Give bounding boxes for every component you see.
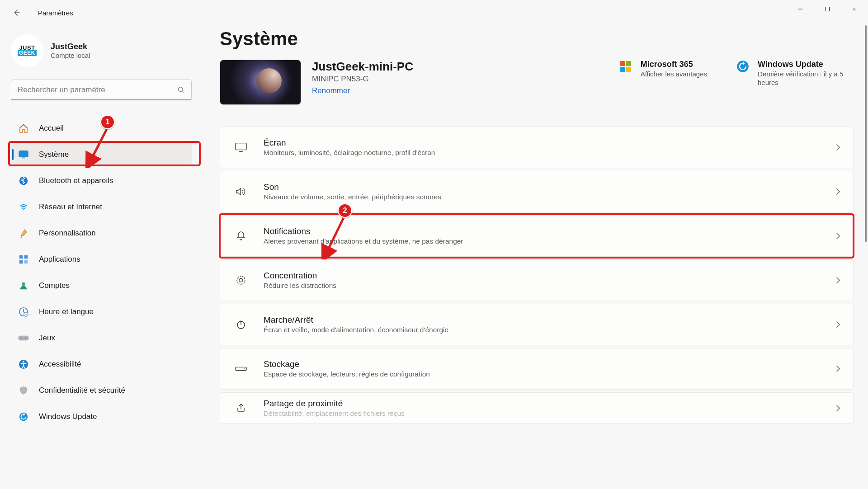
svg-rect-20	[620, 61, 625, 66]
maximize-button[interactable]	[814, 0, 841, 18]
back-button[interactable]	[11, 7, 22, 18]
svg-point-10	[22, 282, 25, 286]
setting-row-nearby-sharing[interactable]: Partage de proximité Détectabilité, empl…	[220, 392, 854, 424]
setting-row-display[interactable]: Écran Moniteurs, luminosité, éclairage n…	[220, 127, 854, 168]
sidebar-item-label: Comptes	[39, 281, 70, 290]
sidebar-item-privacy[interactable]: Confidentialité et sécurité	[11, 379, 192, 402]
sidebar-item-accessibility[interactable]: Accessibilité	[11, 353, 192, 376]
setting-row-sound[interactable]: Son Niveaux de volume, sortie, entrée, p…	[220, 171, 854, 212]
avatar-text-bottom: GEEK	[18, 50, 37, 56]
setting-title: Partage de proximité	[264, 399, 405, 409]
account-card[interactable]: JUST GEEK JustGeek Compte local	[11, 34, 192, 67]
sidebar-item-personalization[interactable]: Personnalisation	[11, 221, 192, 245]
search-input[interactable]	[11, 80, 192, 100]
window-title: Paramètres	[38, 9, 73, 17]
setting-row-power[interactable]: Marche/Arrêt Écran et veille, mode d'ali…	[220, 304, 854, 345]
close-button[interactable]	[841, 0, 868, 18]
share-icon	[233, 403, 249, 414]
bluetooth-icon	[18, 175, 29, 186]
sidebar-item-home[interactable]: Accueil	[11, 117, 192, 140]
page-title: Système	[220, 28, 854, 50]
sidebar-item-accounts[interactable]: Comptes	[11, 274, 192, 297]
svg-point-26	[237, 276, 245, 284]
search-box[interactable]	[11, 80, 192, 100]
svg-rect-23	[626, 67, 631, 72]
svg-point-30	[244, 368, 245, 369]
account-name: JustGeek	[51, 42, 90, 52]
sidebar-nav: Accueil Système Bluetooth et appareils	[11, 117, 192, 428]
update-icon	[18, 411, 29, 422]
sidebar-item-label: Confidentialité et sécurité	[39, 386, 125, 395]
svg-rect-14	[19, 336, 28, 340]
svg-rect-22	[620, 67, 625, 72]
sidebar-item-label: Accessibilité	[39, 360, 81, 369]
svg-rect-3	[22, 157, 25, 158]
sidebar-item-label: Applications	[39, 255, 80, 264]
brush-icon	[18, 228, 29, 239]
chevron-right-icon	[836, 232, 840, 240]
pc-name: JustGeek-mini-PC	[312, 60, 608, 74]
setting-title: Son	[264, 182, 441, 192]
setting-row-focus[interactable]: Concentration Réduire les distractions	[220, 259, 854, 301]
focus-icon	[233, 275, 249, 286]
scrollbar-thumb[interactable]	[865, 25, 867, 242]
sidebar-item-system[interactable]: Système	[11, 143, 192, 166]
setting-sub: Moniteurs, luminosité, éclairage nocturn…	[264, 149, 435, 157]
sidebar-item-label: Heure et langue	[39, 307, 94, 316]
svg-rect-25	[236, 143, 246, 150]
wifi-icon	[18, 202, 29, 212]
chevron-right-icon	[836, 365, 840, 372]
time-lang-icon: A	[18, 306, 29, 317]
sidebar-item-time-language[interactable]: A Heure et langue	[11, 300, 192, 324]
sidebar-item-label: Réseau et Internet	[39, 202, 102, 212]
setting-sub: Espace de stockage, lecteurs, règles de …	[264, 370, 430, 378]
svg-point-15	[21, 338, 22, 339]
svg-point-27	[239, 278, 243, 282]
sidebar-item-label: Windows Update	[39, 412, 97, 421]
svg-point-16	[25, 338, 26, 339]
sidebar-item-network[interactable]: Réseau et Internet	[11, 195, 192, 219]
maximize-icon	[825, 6, 830, 12]
sync-icon	[736, 60, 750, 73]
setting-row-storage[interactable]: Stockage Espace de stockage, lecteurs, r…	[220, 348, 854, 390]
svg-rect-21	[626, 61, 631, 66]
sidebar-item-label: Bluetooth et appareils	[39, 176, 113, 185]
chevron-right-icon	[836, 277, 840, 284]
sidebar-item-apps[interactable]: Applications	[11, 248, 192, 271]
rename-link[interactable]: Renommer	[312, 86, 350, 95]
setting-title: Écran	[264, 138, 435, 148]
sidebar-item-bluetooth[interactable]: Bluetooth et appareils	[11, 169, 192, 193]
svg-point-5	[23, 209, 24, 210]
setting-sub: Niveaux de volume, sortie, entrée, périp…	[264, 193, 441, 201]
bell-icon	[233, 230, 249, 241]
svg-rect-2	[19, 151, 28, 157]
avatar: JUST GEEK	[11, 34, 43, 67]
sidebar-item-label: Système	[39, 150, 69, 159]
setting-row-notifications[interactable]: Notifications Alertes provenant d'applic…	[220, 215, 854, 257]
scrollbar[interactable]	[862, 25, 868, 489]
svg-rect-7	[24, 255, 28, 259]
update-sub: Dernière vérification : il y a 5 heures	[758, 70, 854, 87]
close-icon	[852, 6, 857, 12]
m365-title: Microsoft 365	[641, 60, 707, 69]
arrow-left-icon	[12, 8, 21, 17]
home-icon	[18, 123, 29, 134]
sidebar-item-windows-update[interactable]: Windows Update	[11, 405, 192, 428]
svg-rect-0	[826, 7, 830, 11]
svg-text:A: A	[25, 313, 27, 316]
minimize-icon	[797, 6, 803, 12]
accessibility-icon	[18, 359, 29, 370]
setting-title: Marche/Arrêt	[264, 315, 448, 325]
sidebar-item-gaming[interactable]: Jeux	[11, 326, 192, 350]
minimize-button[interactable]	[787, 0, 814, 18]
sidebar-item-label: Jeux	[39, 334, 55, 343]
update-block[interactable]: Windows Update Dernière vérification : i…	[736, 60, 854, 87]
update-title: Windows Update	[758, 60, 854, 69]
search-icon	[177, 86, 185, 94]
svg-rect-6	[19, 255, 23, 259]
svg-point-18	[23, 361, 24, 363]
setting-sub: Détectabilité, emplacement des fichiers …	[264, 409, 405, 418]
microsoft-icon	[619, 60, 632, 73]
m365-block[interactable]: Microsoft 365 Afficher les avantages	[619, 60, 707, 87]
chevron-right-icon	[836, 188, 840, 195]
